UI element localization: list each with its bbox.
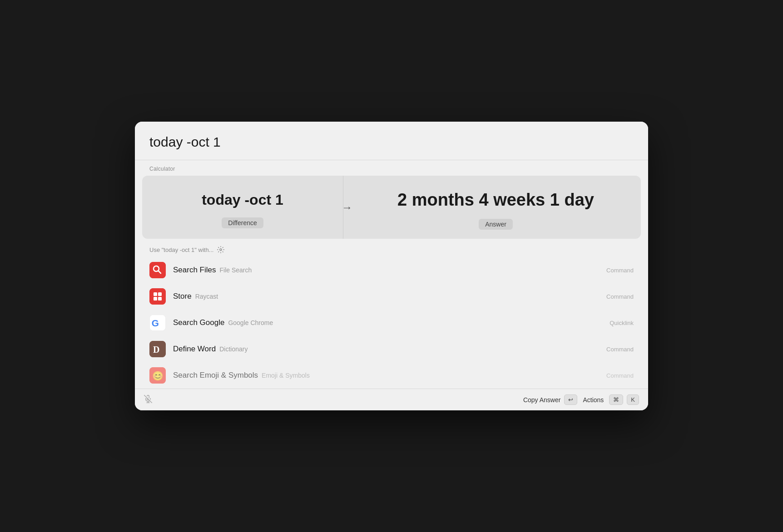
spotlight-window: Calculator today -oct 1 Difference → 2 m… <box>135 122 648 410</box>
enter-key: ↩ <box>564 394 577 405</box>
list-item[interactable]: G Search Google Google Chrome Quicklink <box>135 310 648 336</box>
k-key: K <box>627 394 639 405</box>
emoji-subtitle: Emoji & Symbols <box>262 372 310 379</box>
list-item[interactable]: 😊 Search Emoji & Symbols Emoji & Symbols… <box>135 362 648 389</box>
store-shortcut: Command <box>606 293 634 300</box>
emoji-svg: 😊 <box>149 367 166 384</box>
actions-button[interactable]: Actions <box>581 396 605 404</box>
emoji-icon: 😊 <box>149 367 166 384</box>
dictionary-shortcut: Command <box>606 346 634 353</box>
cmd-key: ⌘ <box>609 394 623 405</box>
google-icon: G <box>149 315 166 331</box>
emoji-name: Search Emoji & Symbols <box>173 371 258 380</box>
svg-text:😊: 😊 <box>152 370 164 381</box>
emoji-shortcut: Command <box>606 372 634 379</box>
google-shortcut: Quicklink <box>610 320 634 326</box>
search-files-shortcut: Command <box>606 267 634 274</box>
result-list: Search Files File Search Command Store R… <box>135 257 648 389</box>
google-g-icon <box>149 315 166 331</box>
emoji-content: Search Emoji & Symbols Emoji & Symbols <box>173 371 599 380</box>
